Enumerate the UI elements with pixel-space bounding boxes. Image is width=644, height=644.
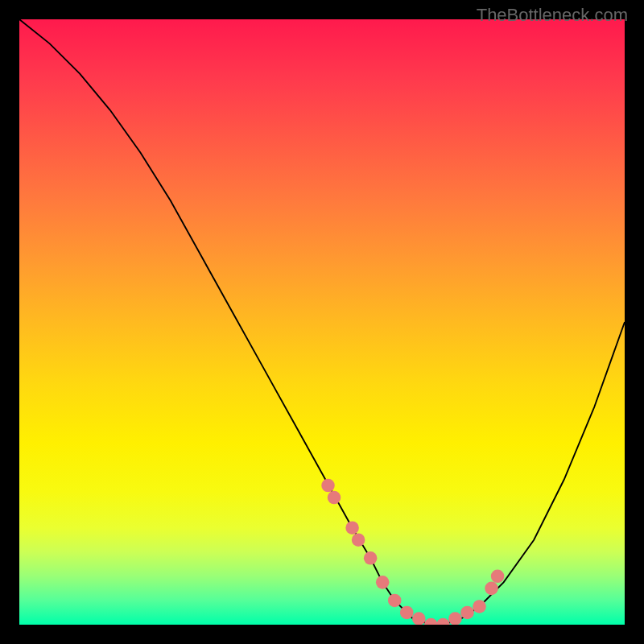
- marker-dot: [473, 600, 486, 613]
- marker-dot: [491, 570, 505, 584]
- marker-dot: [460, 606, 474, 620]
- marker-dot: [345, 521, 359, 535]
- marker-dot: [364, 551, 378, 565]
- marker-dot: [321, 479, 335, 493]
- marker-dot: [424, 618, 438, 625]
- marker-dot: [352, 533, 365, 547]
- marker-dot: [412, 612, 426, 625]
- marker-dot: [436, 618, 450, 625]
- marker-dot: [448, 612, 462, 625]
- chart-svg: [19, 19, 625, 625]
- marker-dot: [400, 606, 414, 620]
- marker-dot: [328, 491, 341, 505]
- highlight-markers: [321, 479, 504, 625]
- plot-gradient-area: [19, 19, 625, 625]
- marker-dot: [485, 582, 498, 596]
- watermark-text: TheBottleneck.com: [477, 5, 628, 26]
- marker-dot: [388, 594, 402, 608]
- bottleneck-curve: [19, 19, 625, 625]
- marker-dot: [376, 576, 390, 589]
